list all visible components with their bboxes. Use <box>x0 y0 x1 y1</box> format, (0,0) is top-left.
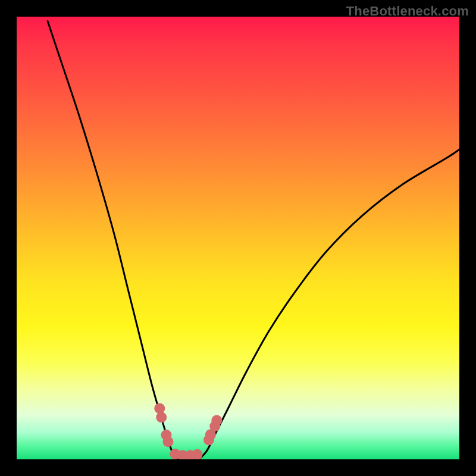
data-marker <box>162 436 173 447</box>
curve-group <box>48 21 459 459</box>
chart-frame: TheBottleneck.com <box>0 0 476 476</box>
curve-left-curve <box>48 21 175 459</box>
data-marker <box>156 412 167 422</box>
curve-right-curve <box>199 149 459 459</box>
data-marker <box>192 449 203 459</box>
data-marker <box>154 403 165 414</box>
data-marker <box>211 415 222 426</box>
chart-svg <box>17 17 459 459</box>
plot-area <box>17 17 459 459</box>
marker-group <box>154 403 222 459</box>
watermark-text: TheBottleneck.com <box>346 4 469 19</box>
